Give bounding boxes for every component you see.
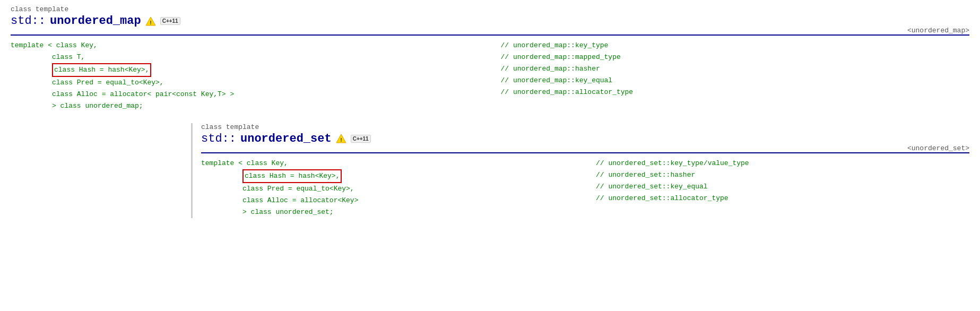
class-label-2: class template: [201, 123, 371, 131]
svg-text:!: !: [340, 137, 343, 143]
comment-1-5: // unordered_map::allocator_type: [501, 87, 970, 98]
class-title-2: std::unordered_set ! C++11: [201, 132, 371, 145]
header-divider-2: [201, 152, 969, 153]
code-right-1: // unordered_map::key_type // unordered_…: [480, 40, 970, 113]
code-right-2: // unordered_set::key_type/value_type //…: [575, 158, 969, 218]
corner-label-1: <unordered_map>: [907, 5, 969, 34]
comment-2-4: // unordered_set::allocator_type: [596, 193, 969, 204]
highlighted-hash-2: class Hash = hash<Key>,: [242, 169, 342, 183]
comment-1-3: // unordered_map::hasher: [501, 63, 970, 75]
code-line-1-3: class Hash = hash<Key>,: [11, 63, 480, 77]
comment-1-6: [501, 98, 970, 110]
comment-1-4: // unordered_map::key_equal: [501, 75, 970, 87]
comment-2-2: // unordered_set::hasher: [596, 169, 969, 181]
svg-text:!: !: [149, 20, 152, 25]
class-title-1: std::unordered_map ! C++11: [11, 14, 180, 28]
title-name-1: unordered_map: [50, 14, 141, 28]
section-unordered-map: class template std::unordered_map ! C++1…: [11, 5, 969, 113]
class-label-1: class template: [11, 5, 180, 13]
code-line-1-1: template < class Key,: [11, 40, 480, 51]
code-line-1-4: class Pred = equal_to<Key>,: [11, 77, 480, 89]
header-divider-1: [11, 34, 969, 36]
warning-icon-1: !: [145, 16, 156, 26]
code-line-2-4: class Alloc = allocator<Key>: [201, 195, 575, 206]
highlighted-hash-1: class Hash = hash<Key>,: [52, 63, 151, 77]
code-line-2-1: template < class Key,: [201, 158, 575, 169]
template-code-1: template < class Key, class T, class Has…: [11, 40, 969, 113]
cpp-badge-2: C++11: [351, 135, 371, 143]
code-left-1: template < class Key, class T, class Has…: [11, 40, 480, 113]
template-code-2: template < class Key, class Hash = hash<…: [201, 158, 969, 218]
code-line-2-5: > class unordered_set;: [201, 206, 575, 218]
title-prefix-2: std::: [201, 132, 236, 145]
comment-1-2: // unordered_map::mapped_type: [501, 51, 970, 63]
code-line-2-3: class Pred = equal_to<Key>,: [201, 183, 575, 195]
code-left-2: template < class Key, class Hash = hash<…: [201, 158, 575, 218]
code-line-2-2: class Hash = hash<Key>,: [201, 169, 575, 183]
section-unordered-set: class template std::unordered_set ! C++1…: [11, 123, 969, 218]
title-name-2: unordered_set: [240, 132, 332, 145]
comment-1-1: // unordered_map::key_type: [501, 40, 970, 51]
code-line-1-2: class T,: [11, 51, 480, 63]
code-line-1-5: class Alloc = allocator< pair<const Key,…: [11, 89, 480, 100]
comment-2-5: [596, 204, 969, 216]
comment-2-3: // unordered_set::key_equal: [596, 181, 969, 193]
warning-icon-2: !: [336, 134, 346, 143]
code-line-1-6: > class unordered_map;: [11, 100, 480, 112]
cpp-badge-1: C++11: [160, 17, 180, 25]
corner-label-2: <unordered_set>: [907, 123, 969, 152]
comment-2-1: // unordered_set::key_type/value_type: [596, 158, 969, 169]
title-prefix-1: std::: [11, 14, 46, 28]
